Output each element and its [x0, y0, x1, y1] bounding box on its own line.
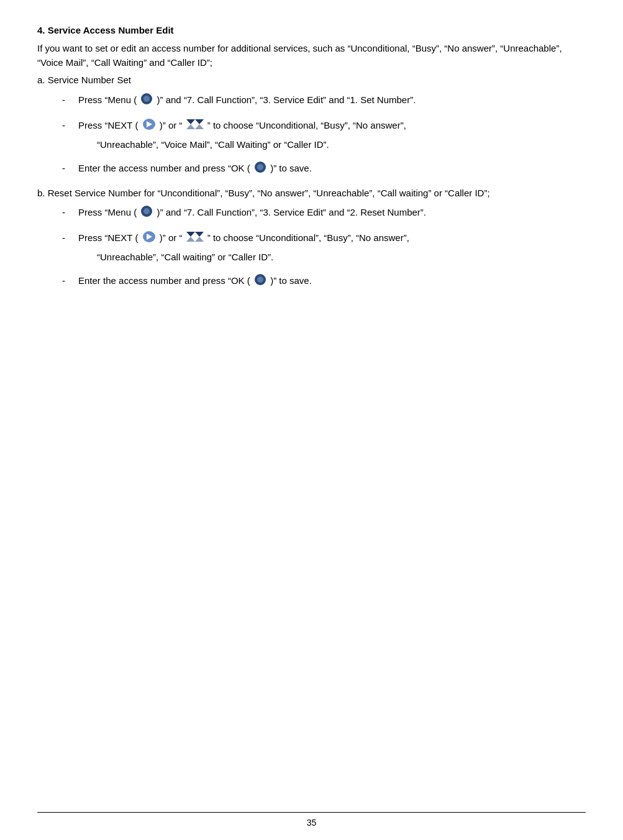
page-footer: 35 — [37, 812, 586, 828]
extra-line: “Unreachable”, “Voice Mail”, “Call Waiti… — [97, 137, 586, 152]
svg-point-19 — [257, 276, 263, 283]
bullet-dash: - — [62, 161, 73, 176]
svg-point-9 — [257, 164, 263, 170]
bullet-content: Enter the access number and press “OK ( … — [78, 161, 586, 178]
bullet-dash: - — [62, 118, 73, 133]
svg-marker-14 — [186, 232, 195, 237]
section-title: 4. Service Access Number Edit — [37, 25, 586, 35]
list-item: - Press “Menu ( )” and “7. Call Function… — [62, 93, 586, 109]
svg-marker-15 — [186, 237, 195, 242]
menu-icon — [140, 93, 153, 109]
section-title-text: 4. Service Access Number Edit — [37, 25, 174, 35]
ok-icon — [254, 161, 266, 178]
subsection-b-label: b. Reset Service Number for “Uncondition… — [37, 186, 586, 201]
bullet-content: Press “NEXT ( )” or “ ” to — [78, 231, 586, 265]
bullet-dash: - — [62, 205, 73, 220]
next-icon — [142, 231, 156, 247]
list-item: - Enter the access number and press “OK … — [62, 273, 586, 290]
svg-marker-6 — [195, 119, 204, 124]
svg-marker-17 — [195, 237, 204, 242]
nav-arrows-icon — [186, 231, 204, 247]
list-item: - Press “NEXT ( )” or “ — [62, 118, 586, 152]
bullet-dash: - — [62, 93, 73, 107]
extra-line: “Unreachable”, “Call waiting” or “Caller… — [97, 250, 586, 265]
page-number: 35 — [307, 818, 317, 828]
nav-arrows-icon — [186, 119, 204, 134]
list-item: - Press “NEXT ( )” or “ — [62, 231, 586, 265]
list-item: - Enter the access number and press “OK … — [62, 161, 586, 178]
svg-marker-16 — [195, 232, 204, 237]
next-icon — [142, 118, 156, 135]
subsection-a-label: a. Service Number Set — [37, 73, 586, 88]
svg-marker-4 — [186, 119, 195, 124]
bullet-dash: - — [62, 273, 73, 288]
ok-icon — [254, 273, 266, 290]
bullet-content: Press “Menu ( )” and “7. Call Function”,… — [78, 93, 586, 109]
menu-icon — [140, 205, 153, 222]
intro-paragraph: If you want to set or edit an access num… — [37, 42, 586, 70]
svg-point-1 — [143, 96, 150, 102]
svg-marker-7 — [195, 124, 204, 129]
bullet-content: Press “Menu ( )” and “7. Call Function”,… — [78, 205, 586, 222]
subsection-a-list: - Press “Menu ( )” and “7. Call Function… — [62, 93, 586, 178]
svg-point-11 — [143, 208, 150, 214]
svg-marker-5 — [186, 124, 195, 129]
list-item: - Press “Menu ( )” and “7. Call Function… — [62, 205, 586, 222]
bullet-content: Enter the access number and press “OK ( … — [78, 273, 586, 290]
subsection-b-list: - Press “Menu ( )” and “7. Call Function… — [62, 205, 586, 290]
page-container: 4. Service Access Number Edit If you wan… — [0, 0, 623, 840]
bullet-content: Press “NEXT ( )” or “ ” to — [78, 118, 586, 152]
bullet-dash: - — [62, 231, 73, 245]
